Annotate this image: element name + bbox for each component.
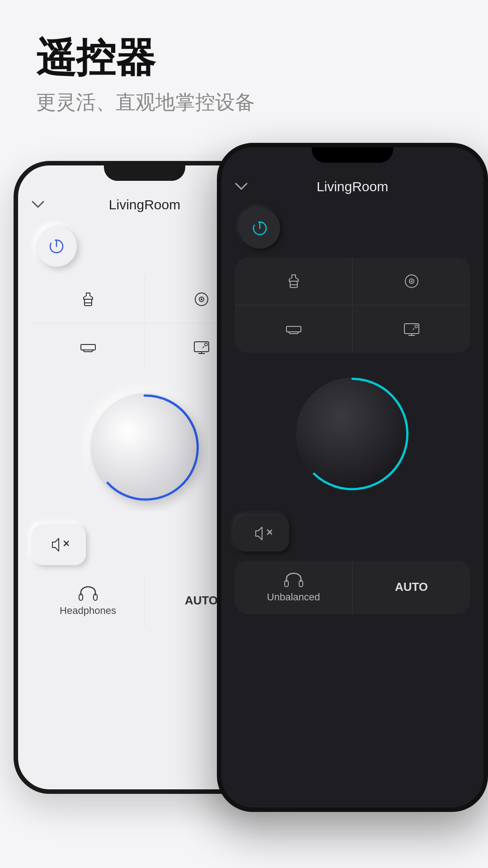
notch-light bbox=[104, 165, 185, 181]
svg-point-11 bbox=[205, 343, 207, 346]
hdmi-input-dark[interactable] bbox=[235, 306, 352, 353]
usb-input-dark[interactable] bbox=[235, 258, 352, 305]
volume-knob-light[interactable] bbox=[81, 384, 208, 511]
svg-line-30 bbox=[413, 328, 414, 330]
monitor-input-dark[interactable] bbox=[353, 306, 470, 353]
volume-knob-dark[interactable] bbox=[285, 366, 420, 502]
unbalanced-label-dark: Unbalanced bbox=[267, 591, 320, 603]
auto-output-dark[interactable]: AUTO bbox=[353, 561, 470, 614]
svg-rect-25 bbox=[286, 326, 301, 332]
hdmi-input-light[interactable] bbox=[32, 324, 144, 371]
svg-rect-7 bbox=[81, 344, 95, 350]
record-input-dark[interactable] bbox=[353, 258, 470, 305]
chevron-down-icon[interactable] bbox=[32, 198, 44, 212]
volume-knob-dark-wrap bbox=[235, 362, 470, 506]
svg-line-12 bbox=[202, 346, 204, 348]
room-name-light: LivingRoom bbox=[109, 197, 180, 212]
mute-button-light[interactable] bbox=[32, 524, 86, 565]
mute-btn-area-dark bbox=[235, 515, 470, 552]
power-button-light[interactable] bbox=[36, 226, 77, 267]
unbalanced-output-dark[interactable]: Unbalanced bbox=[235, 561, 352, 614]
headphones-label-light: Headphones bbox=[60, 605, 116, 617]
page-header: 遥控器 更灵活、直观地掌控设备 bbox=[0, 0, 488, 134]
notch-dark bbox=[312, 147, 393, 163]
headphones-output-light[interactable]: Headphones bbox=[32, 574, 144, 627]
power-btn-area-dark bbox=[239, 208, 470, 249]
page-subtitle: 更灵活、直观地掌控设备 bbox=[36, 89, 452, 116]
phones-showcase: LivingRoom bbox=[0, 143, 488, 839]
chevron-down-icon-dark[interactable] bbox=[235, 179, 248, 194]
page-title: 遥控器 bbox=[36, 36, 452, 80]
room-name-dark: LivingRoom bbox=[317, 179, 388, 194]
power-button-dark[interactable] bbox=[239, 208, 280, 249]
output-selector-dark: Unbalanced AUTO bbox=[235, 561, 470, 614]
svg-point-24 bbox=[411, 280, 413, 282]
dark-phone-header: LivingRoom bbox=[235, 179, 470, 194]
mute-button-dark[interactable] bbox=[235, 515, 289, 552]
svg-point-6 bbox=[201, 298, 202, 300]
svg-point-29 bbox=[415, 325, 418, 328]
auto-label-dark: AUTO bbox=[395, 580, 428, 594]
input-grid-dark bbox=[235, 258, 470, 353]
usb-input-light[interactable] bbox=[32, 276, 144, 323]
auto-label-light: AUTO bbox=[185, 594, 218, 608]
phone-dark: LivingRoom bbox=[217, 143, 488, 812]
